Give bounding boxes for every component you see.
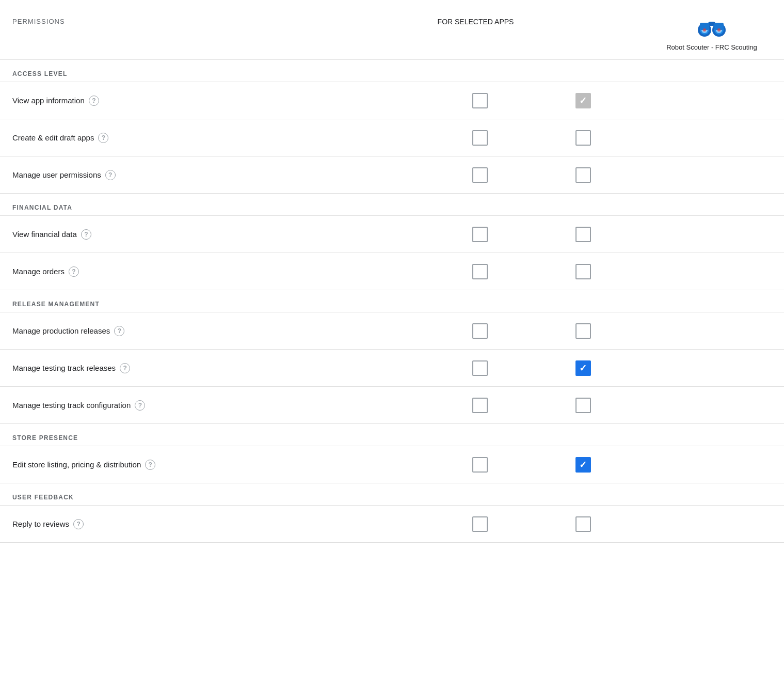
permission-text-manage-testing-track: Manage testing track releases [12, 364, 116, 372]
permission-row-manage-testing-config: Manage testing track configuration ?✓✓ [0, 387, 784, 424]
checkbox-col1-edit-store-listing: ✓ [428, 457, 532, 473]
help-icon-manage-testing-config[interactable]: ? [135, 400, 145, 411]
section-header-financial-data: FINANCIAL DATA [0, 194, 784, 216]
help-icon-view-app-info[interactable]: ? [89, 96, 99, 106]
checkboxes-manage-orders: ✓✓ [291, 264, 772, 279]
permissions-table: ACCESS LEVELView app information ?✓✓Crea… [0, 60, 784, 543]
checkbox-col2-input-manage-testing-config[interactable]: ✓ [575, 398, 591, 413]
help-icon-manage-orders[interactable]: ? [69, 266, 79, 277]
checkbox-col2-input-view-app-info[interactable]: ✓ [575, 93, 591, 108]
checkboxes-view-financial: ✓✓ [291, 227, 772, 242]
checkbox-col1-manage-testing-config: ✓ [428, 398, 532, 413]
permission-label-reply-reviews: Reply to reviews ? [12, 519, 291, 529]
permission-row-manage-testing-track: Manage testing track releases ?✓✓ [0, 350, 784, 387]
help-icon-manage-prod-releases[interactable]: ? [114, 326, 124, 336]
permission-text-manage-user-perms: Manage user permissions [12, 170, 101, 179]
checkboxes-manage-testing-config: ✓✓ [291, 398, 772, 413]
section-header-release-management: RELEASE MANAGEMENT [0, 290, 784, 312]
checkbox-col1-input-view-financial[interactable]: ✓ [472, 227, 488, 242]
app-name: Robot Scouter - FRC Scouting [666, 43, 757, 51]
checkmark-col2-manage-testing-track: ✓ [579, 364, 587, 373]
checkbox-col2-input-edit-store-listing[interactable]: ✓ [575, 457, 591, 473]
permission-row-create-edit-draft: Create & edit draft apps ?✓✓ [0, 119, 784, 156]
permission-text-create-edit-draft: Create & edit draft apps [12, 133, 94, 142]
checkbox-col1-input-manage-orders[interactable]: ✓ [472, 264, 488, 279]
help-icon-reply-reviews[interactable]: ? [73, 519, 84, 529]
checkbox-col1-view-financial: ✓ [428, 227, 532, 242]
checkbox-col2-view-financial: ✓ [532, 227, 635, 242]
checkboxes-edit-store-listing: ✓✓ [291, 457, 772, 473]
checkbox-col2-manage-testing-config: ✓ [532, 398, 635, 413]
binoculars-icon [696, 12, 727, 43]
checkboxes-manage-prod-releases: ✓✓ [291, 323, 772, 339]
permission-text-edit-store-listing: Edit store listing, pricing & distributi… [12, 460, 141, 469]
permission-text-manage-orders: Manage orders [12, 267, 65, 276]
svg-point-12 [717, 28, 721, 32]
help-icon-manage-user-perms[interactable]: ? [105, 170, 116, 180]
permission-text-manage-prod-releases: Manage production releases [12, 326, 110, 335]
checkbox-col1-input-manage-testing-track[interactable]: ✓ [472, 360, 488, 376]
app-column-header: Robot Scouter - FRC Scouting [660, 12, 763, 51]
checkmark-col2-edit-store-listing: ✓ [579, 460, 587, 469]
permission-label-manage-testing-config: Manage testing track configuration ? [12, 400, 291, 411]
checkbox-col2-manage-orders: ✓ [532, 264, 635, 279]
checkbox-col2-input-reply-reviews[interactable]: ✓ [575, 516, 591, 532]
checkbox-col2-input-manage-testing-track[interactable]: ✓ [575, 360, 591, 376]
checkbox-col2-input-manage-user-perms[interactable]: ✓ [575, 167, 591, 183]
checkbox-col1-view-app-info: ✓ [428, 93, 532, 108]
permission-label-edit-store-listing: Edit store listing, pricing & distributi… [12, 460, 291, 470]
checkboxes-create-edit-draft: ✓✓ [291, 130, 772, 146]
section-header-user-feedback: USER FEEDBACK [0, 483, 784, 506]
help-icon-manage-testing-track[interactable]: ? [120, 363, 130, 373]
header: PERMISSIONS FOR SELECTED APPS [0, 0, 784, 60]
help-icon-edit-store-listing[interactable]: ? [145, 460, 155, 470]
checkbox-col2-edit-store-listing: ✓ [532, 457, 635, 473]
checkbox-col1-manage-orders: ✓ [428, 264, 532, 279]
checkbox-col1-manage-testing-track: ✓ [428, 360, 532, 376]
permission-label-view-financial: View financial data ? [12, 229, 291, 240]
checkbox-col1-input-edit-store-listing[interactable]: ✓ [472, 457, 488, 473]
checkbox-col2-input-create-edit-draft[interactable]: ✓ [575, 130, 591, 146]
checkbox-col2-manage-user-perms: ✓ [532, 167, 635, 183]
checkbox-col1-input-create-edit-draft[interactable]: ✓ [472, 130, 488, 146]
checkbox-col1-create-edit-draft: ✓ [428, 130, 532, 146]
permissions-label: PERMISSIONS [12, 18, 65, 25]
permission-row-edit-store-listing: Edit store listing, pricing & distributi… [0, 446, 784, 483]
checkbox-col2-reply-reviews: ✓ [532, 516, 635, 532]
permission-row-manage-orders: Manage orders ?✓✓ [0, 253, 784, 290]
checkbox-col2-manage-prod-releases: ✓ [532, 323, 635, 339]
checkboxes-manage-testing-track: ✓✓ [291, 360, 772, 376]
permission-label-manage-orders: Manage orders ? [12, 266, 291, 277]
checkbox-col1-input-manage-user-perms[interactable]: ✓ [472, 167, 488, 183]
checkbox-col2-view-app-info: ✓ [532, 93, 635, 108]
permission-text-manage-testing-config: Manage testing track configuration [12, 401, 131, 410]
checkbox-col1-input-view-app-info[interactable]: ✓ [472, 93, 488, 108]
checkbox-col2-manage-testing-track: ✓ [532, 360, 635, 376]
svg-rect-8 [708, 22, 715, 26]
checkbox-col2-input-manage-prod-releases[interactable]: ✓ [575, 323, 591, 339]
checkbox-col1-input-manage-prod-releases[interactable]: ✓ [472, 323, 488, 339]
permission-row-manage-prod-releases: Manage production releases ?✓✓ [0, 312, 784, 350]
help-icon-create-edit-draft[interactable]: ? [98, 133, 108, 143]
for-selected-label: FOR SELECTED APPS [438, 18, 514, 26]
permission-text-view-financial: View financial data [12, 230, 77, 239]
svg-point-11 [703, 28, 706, 32]
checkbox-col2-input-view-financial[interactable]: ✓ [575, 227, 591, 242]
section-header-access-level: ACCESS LEVEL [0, 60, 784, 82]
checkbox-col1-input-reply-reviews[interactable]: ✓ [472, 516, 488, 532]
permission-label-create-edit-draft: Create & edit draft apps ? [12, 133, 291, 143]
for-selected-label-area: FOR SELECTED APPS [291, 12, 660, 26]
permission-label-manage-user-perms: Manage user permissions ? [12, 170, 291, 180]
permission-label-view-app-info: View app information ? [12, 96, 291, 106]
checkbox-col2-create-edit-draft: ✓ [532, 130, 635, 146]
checkbox-col1-input-manage-testing-config[interactable]: ✓ [472, 398, 488, 413]
help-icon-view-financial[interactable]: ? [81, 229, 91, 240]
checkboxes-manage-user-perms: ✓✓ [291, 167, 772, 183]
section-header-store-presence: STORE PRESENCE [0, 424, 784, 446]
checkboxes-view-app-info: ✓✓ [291, 93, 772, 108]
checkbox-col2-input-manage-orders[interactable]: ✓ [575, 264, 591, 279]
checkbox-col1-manage-prod-releases: ✓ [428, 323, 532, 339]
permission-row-manage-user-perms: Manage user permissions ?✓✓ [0, 156, 784, 194]
permission-row-view-financial: View financial data ?✓✓ [0, 216, 784, 253]
main-container: PERMISSIONS FOR SELECTED APPS [0, 0, 784, 692]
